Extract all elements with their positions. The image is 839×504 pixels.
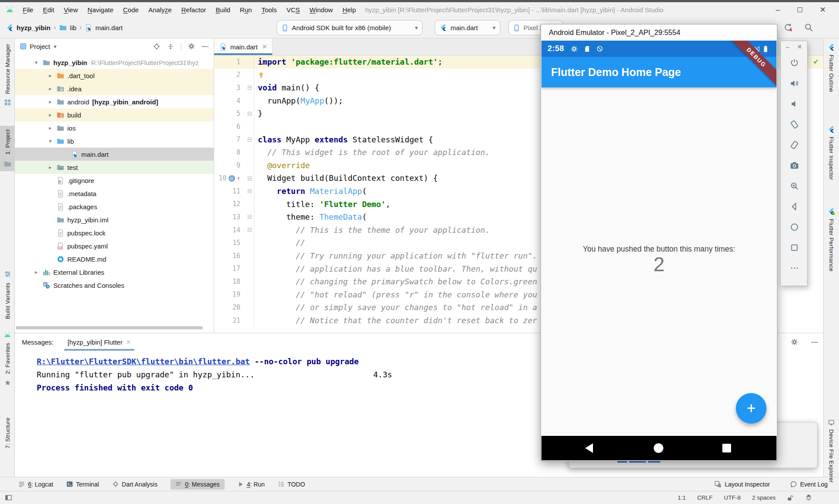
- emulator-rotate-left-button[interactable]: [781, 114, 808, 135]
- chevron-down-icon[interactable]: ▾: [31, 59, 41, 66]
- project-panel-title[interactable]: Project: [30, 43, 50, 50]
- hide-panel-icon[interactable]: —: [811, 338, 818, 346]
- tree-item-external-libraries[interactable]: ▸External Libraries: [15, 266, 214, 279]
- emulator-more-button[interactable]: [781, 258, 808, 278]
- status-widget-caret-position[interactable]: 1:1: [678, 494, 686, 501]
- minimize-button[interactable]: –: [786, 43, 789, 50]
- toolwindow-button-messages[interactable]: 0: Messages: [170, 479, 224, 490]
- emulator-power-button[interactable]: [781, 52, 808, 73]
- tab-flutter-console[interactable]: [hyzp_yibin] Flutter ✕: [63, 333, 135, 351]
- tree-item-metadata[interactable]: .metadata: [15, 187, 214, 200]
- menu-analyze[interactable]: Analyze: [143, 6, 176, 14]
- toolwindow-button-terminal[interactable]: Terminal: [66, 481, 99, 488]
- toolwindow-button-logcat[interactable]: 6: Logcat: [18, 481, 53, 488]
- menu-view[interactable]: View: [59, 6, 83, 14]
- close-button[interactable]: ✕: [797, 43, 802, 50]
- emulator-overview-button[interactable]: [781, 237, 808, 258]
- tree-item-hyzp-yibin-iml[interactable]: hyzp_yibin.iml: [15, 213, 214, 226]
- nav-back-button[interactable]: [585, 443, 593, 453]
- gradle-user-icon[interactable]: [805, 494, 812, 501]
- chevron-down-icon[interactable]: ▾: [54, 43, 57, 50]
- tab-favorites[interactable]: 2: Favorites: [0, 332, 15, 386]
- tab-structure[interactable]: 7: Structure: [0, 418, 15, 449]
- device-selector[interactable]: Android SDK built for x86 (mobile) ▾: [277, 20, 423, 35]
- tab-resource-manager[interactable]: Resource Manager: [0, 44, 15, 106]
- toolwindow-button-dart-analysis[interactable]: Dart Analysis: [112, 481, 158, 488]
- tree-item-build[interactable]: ▸build: [15, 108, 214, 121]
- lock-icon[interactable]: [787, 495, 794, 501]
- horizontal-scrollbar[interactable]: [16, 326, 203, 329]
- emulator-zoom-in-button[interactable]: [781, 176, 808, 196]
- menu-tools[interactable]: Tools: [257, 6, 281, 14]
- fold-column[interactable]: [246, 133, 254, 146]
- status-widget-line-endings[interactable]: CRLF: [697, 494, 712, 501]
- fold-column[interactable]: [246, 185, 254, 198]
- status-widget-encoding[interactable]: UTF-8: [724, 494, 741, 501]
- tab-flutter-inspector[interactable]: Flutter Inspector: [824, 126, 839, 180]
- chevron-right-icon[interactable]: ▸: [45, 112, 55, 118]
- menu-window[interactable]: Window: [305, 6, 337, 14]
- tree-item-idea[interactable]: ▸.idea: [15, 82, 214, 95]
- chevron-down-icon[interactable]: ▾: [45, 138, 55, 144]
- tree-item-test[interactable]: ▸test: [15, 161, 214, 174]
- tree-item-pubspec-lock[interactable]: pubspec.lock: [15, 226, 214, 239]
- chevron-right-icon[interactable]: ▸: [45, 99, 55, 105]
- gear-icon[interactable]: [188, 43, 195, 50]
- menu-vcs[interactable]: VCS: [281, 6, 305, 14]
- fold-column[interactable]: [246, 224, 254, 237]
- nav-overview-button[interactable]: [722, 444, 731, 452]
- tree-item-main-dart[interactable]: main.dart: [15, 148, 214, 161]
- tree-item-lib[interactable]: ▾lib: [15, 135, 214, 148]
- close-tab-icon[interactable]: ✕: [262, 43, 267, 50]
- chevron-right-icon[interactable]: ▸: [45, 164, 55, 170]
- tab-build-variants[interactable]: Build Variants: [0, 271, 15, 319]
- status-widget-indent[interactable]: 2 spaces: [752, 494, 776, 501]
- search-icon[interactable]: [804, 23, 813, 32]
- emulator-window-title[interactable]: Android Emulator - Pixel_2_API_29:5554: [541, 24, 777, 41]
- menu-file[interactable]: File: [18, 6, 38, 14]
- emulator-rotate-right-button[interactable]: [781, 135, 808, 155]
- toolwindow-button-run[interactable]: 4: Run: [238, 481, 265, 488]
- minimize-button[interactable]: –: [776, 6, 780, 14]
- fold-column[interactable]: [246, 172, 254, 185]
- run-config-selector[interactable]: main.dart ▾: [435, 20, 500, 35]
- emulator-back-button[interactable]: [781, 196, 808, 217]
- emulator-camera-button[interactable]: [781, 155, 808, 176]
- override-marker-icon[interactable]: o: [229, 175, 235, 182]
- chevron-right-icon[interactable]: ▸: [45, 125, 55, 131]
- menu-navigate[interactable]: Navigate: [83, 6, 118, 14]
- menu-edit[interactable]: Edit: [38, 6, 59, 14]
- tree-item-gitignore[interactable]: .gitignore: [15, 174, 214, 187]
- hide-panel-icon[interactable]: —: [201, 42, 208, 50]
- menu-help[interactable]: Help: [338, 6, 361, 14]
- fold-column[interactable]: [246, 81, 254, 94]
- breadcrumb-item[interactable]: hyzp_yibin: [17, 24, 51, 31]
- tab-flutter-outline[interactable]: Flutter Outline: [824, 44, 839, 92]
- fold-column[interactable]: [246, 211, 254, 224]
- tree-item-pubspec-yaml[interactable]: YMLpubspec.yaml: [15, 239, 214, 252]
- chevron-right-icon[interactable]: ▸: [31, 269, 41, 275]
- breadcrumb-item[interactable]: main.dart: [95, 24, 123, 31]
- menu-build[interactable]: Build: [211, 6, 235, 14]
- tree-item-ios[interactable]: ▸ios: [15, 121, 214, 135]
- menu-run[interactable]: Run: [235, 6, 257, 14]
- tab-flutter-performance[interactable]: Flutter Performance: [824, 208, 839, 272]
- emulator-volume-down-button[interactable]: [781, 93, 808, 114]
- console-link[interactable]: R:\Flutter\FlutterSDK\flutter\bin\flutte…: [37, 357, 250, 366]
- tab-main-dart[interactable]: main.dart ✕: [214, 38, 273, 55]
- chevron-right-icon[interactable]: ▸: [45, 72, 55, 79]
- tab-project[interactable]: 1: Project: [0, 126, 15, 171]
- tab-device-file-explorer[interactable]: Device File Explorer: [824, 419, 839, 483]
- breadcrumb-item[interactable]: lib: [70, 24, 76, 31]
- collapse-all-icon[interactable]: [167, 43, 174, 50]
- toolwindow-button-todo[interactable]: TODO: [278, 481, 305, 488]
- close-button[interactable]: ✕: [820, 6, 826, 14]
- emulator-screen[interactable]: 2:58 Flutter Demo Home Page You have pus…: [541, 41, 777, 460]
- maximize-button[interactable]: [797, 7, 802, 12]
- tree-item-packages[interactable]: .packages: [15, 200, 214, 213]
- tree-item-dart-tool[interactable]: ▸.dart_tool: [15, 69, 214, 82]
- close-tab-icon[interactable]: ✕: [126, 339, 131, 345]
- increment-fab-button[interactable]: +: [736, 393, 766, 424]
- tree-item-android[interactable]: ▸android[hyzp_yibin_android]: [15, 95, 214, 108]
- toolwindow-button-layout-inspector[interactable]: Layout Inspector: [714, 481, 770, 488]
